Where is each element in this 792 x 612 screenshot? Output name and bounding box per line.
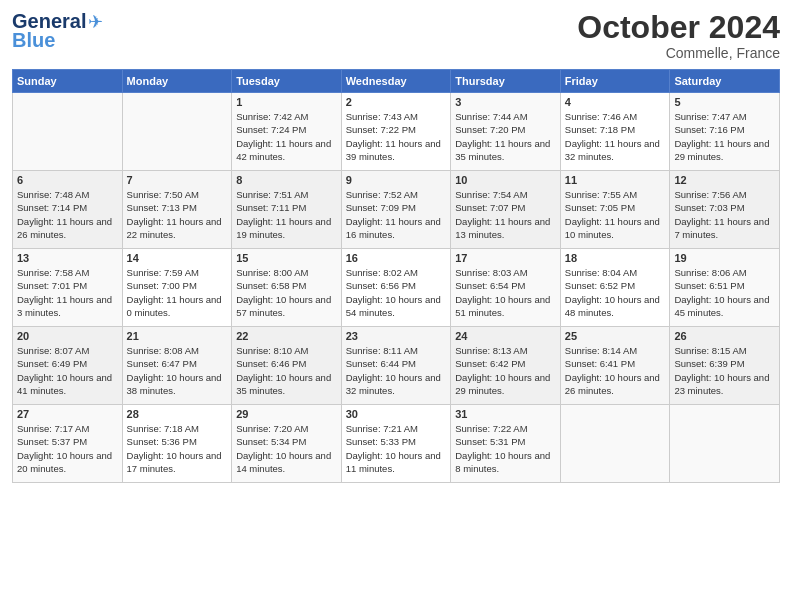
day-info: Sunrise: 7:44 AM Sunset: 7:20 PM Dayligh… <box>455 110 556 163</box>
calendar-cell: 17Sunrise: 8:03 AM Sunset: 6:54 PM Dayli… <box>451 249 561 327</box>
calendar-cell: 11Sunrise: 7:55 AM Sunset: 7:05 PM Dayli… <box>560 171 670 249</box>
day-number: 12 <box>674 174 775 186</box>
day-number: 10 <box>455 174 556 186</box>
page-header: General ✈ Blue October 2024 Commelle, Fr… <box>12 10 780 61</box>
calendar-cell: 2Sunrise: 7:43 AM Sunset: 7:22 PM Daylig… <box>341 93 451 171</box>
day-info: Sunrise: 7:54 AM Sunset: 7:07 PM Dayligh… <box>455 188 556 241</box>
weekday-header: Saturday <box>670 70 780 93</box>
day-info: Sunrise: 8:06 AM Sunset: 6:51 PM Dayligh… <box>674 266 775 319</box>
day-info: Sunrise: 8:08 AM Sunset: 6:47 PM Dayligh… <box>127 344 228 397</box>
day-number: 26 <box>674 330 775 342</box>
day-info: Sunrise: 8:14 AM Sunset: 6:41 PM Dayligh… <box>565 344 666 397</box>
calendar-cell: 14Sunrise: 7:59 AM Sunset: 7:00 PM Dayli… <box>122 249 232 327</box>
day-info: Sunrise: 7:47 AM Sunset: 7:16 PM Dayligh… <box>674 110 775 163</box>
day-number: 6 <box>17 174 118 186</box>
calendar-cell: 27Sunrise: 7:17 AM Sunset: 5:37 PM Dayli… <box>13 405 123 483</box>
logo: General ✈ Blue <box>12 10 103 52</box>
day-info: Sunrise: 8:03 AM Sunset: 6:54 PM Dayligh… <box>455 266 556 319</box>
day-number: 1 <box>236 96 337 108</box>
day-number: 8 <box>236 174 337 186</box>
day-number: 23 <box>346 330 447 342</box>
empty-cell <box>670 405 780 483</box>
location: Commelle, France <box>577 45 780 61</box>
day-info: Sunrise: 8:07 AM Sunset: 6:49 PM Dayligh… <box>17 344 118 397</box>
day-number: 13 <box>17 252 118 264</box>
calendar-cell: 15Sunrise: 8:00 AM Sunset: 6:58 PM Dayli… <box>232 249 342 327</box>
day-number: 25 <box>565 330 666 342</box>
weekday-header: Sunday <box>13 70 123 93</box>
calendar-cell: 7Sunrise: 7:50 AM Sunset: 7:13 PM Daylig… <box>122 171 232 249</box>
calendar-cell: 30Sunrise: 7:21 AM Sunset: 5:33 PM Dayli… <box>341 405 451 483</box>
calendar-cell: 26Sunrise: 8:15 AM Sunset: 6:39 PM Dayli… <box>670 327 780 405</box>
month-title: October 2024 <box>577 10 780 45</box>
calendar-cell: 29Sunrise: 7:20 AM Sunset: 5:34 PM Dayli… <box>232 405 342 483</box>
calendar-cell: 21Sunrise: 8:08 AM Sunset: 6:47 PM Dayli… <box>122 327 232 405</box>
day-number: 28 <box>127 408 228 420</box>
calendar-cell: 23Sunrise: 8:11 AM Sunset: 6:44 PM Dayli… <box>341 327 451 405</box>
day-number: 30 <box>346 408 447 420</box>
weekday-header: Monday <box>122 70 232 93</box>
weekday-header: Wednesday <box>341 70 451 93</box>
calendar-cell: 19Sunrise: 8:06 AM Sunset: 6:51 PM Dayli… <box>670 249 780 327</box>
day-number: 29 <box>236 408 337 420</box>
calendar-cell: 31Sunrise: 7:22 AM Sunset: 5:31 PM Dayli… <box>451 405 561 483</box>
calendar-cell: 4Sunrise: 7:46 AM Sunset: 7:18 PM Daylig… <box>560 93 670 171</box>
day-number: 16 <box>346 252 447 264</box>
day-info: Sunrise: 7:55 AM Sunset: 7:05 PM Dayligh… <box>565 188 666 241</box>
day-number: 22 <box>236 330 337 342</box>
day-number: 24 <box>455 330 556 342</box>
day-info: Sunrise: 7:59 AM Sunset: 7:00 PM Dayligh… <box>127 266 228 319</box>
day-number: 7 <box>127 174 228 186</box>
day-info: Sunrise: 7:18 AM Sunset: 5:36 PM Dayligh… <box>127 422 228 475</box>
calendar-cell: 5Sunrise: 7:47 AM Sunset: 7:16 PM Daylig… <box>670 93 780 171</box>
day-info: Sunrise: 7:50 AM Sunset: 7:13 PM Dayligh… <box>127 188 228 241</box>
calendar-cell: 24Sunrise: 8:13 AM Sunset: 6:42 PM Dayli… <box>451 327 561 405</box>
day-info: Sunrise: 8:04 AM Sunset: 6:52 PM Dayligh… <box>565 266 666 319</box>
day-info: Sunrise: 7:43 AM Sunset: 7:22 PM Dayligh… <box>346 110 447 163</box>
empty-cell <box>13 93 123 171</box>
calendar-cell: 8Sunrise: 7:51 AM Sunset: 7:11 PM Daylig… <box>232 171 342 249</box>
day-info: Sunrise: 7:22 AM Sunset: 5:31 PM Dayligh… <box>455 422 556 475</box>
day-info: Sunrise: 8:11 AM Sunset: 6:44 PM Dayligh… <box>346 344 447 397</box>
calendar-cell: 16Sunrise: 8:02 AM Sunset: 6:56 PM Dayli… <box>341 249 451 327</box>
weekday-header: Thursday <box>451 70 561 93</box>
calendar-cell: 1Sunrise: 7:42 AM Sunset: 7:24 PM Daylig… <box>232 93 342 171</box>
title-block: October 2024 Commelle, France <box>577 10 780 61</box>
day-info: Sunrise: 8:00 AM Sunset: 6:58 PM Dayligh… <box>236 266 337 319</box>
day-number: 4 <box>565 96 666 108</box>
calendar-cell: 18Sunrise: 8:04 AM Sunset: 6:52 PM Dayli… <box>560 249 670 327</box>
calendar-cell: 28Sunrise: 7:18 AM Sunset: 5:36 PM Dayli… <box>122 405 232 483</box>
day-number: 5 <box>674 96 775 108</box>
calendar-cell: 22Sunrise: 8:10 AM Sunset: 6:46 PM Dayli… <box>232 327 342 405</box>
calendar-cell: 3Sunrise: 7:44 AM Sunset: 7:20 PM Daylig… <box>451 93 561 171</box>
calendar-cell: 9Sunrise: 7:52 AM Sunset: 7:09 PM Daylig… <box>341 171 451 249</box>
weekday-header: Friday <box>560 70 670 93</box>
calendar-cell: 10Sunrise: 7:54 AM Sunset: 7:07 PM Dayli… <box>451 171 561 249</box>
day-info: Sunrise: 7:51 AM Sunset: 7:11 PM Dayligh… <box>236 188 337 241</box>
day-info: Sunrise: 7:46 AM Sunset: 7:18 PM Dayligh… <box>565 110 666 163</box>
day-info: Sunrise: 8:13 AM Sunset: 6:42 PM Dayligh… <box>455 344 556 397</box>
day-info: Sunrise: 7:17 AM Sunset: 5:37 PM Dayligh… <box>17 422 118 475</box>
day-number: 14 <box>127 252 228 264</box>
day-number: 31 <box>455 408 556 420</box>
day-info: Sunrise: 7:48 AM Sunset: 7:14 PM Dayligh… <box>17 188 118 241</box>
calendar-cell: 6Sunrise: 7:48 AM Sunset: 7:14 PM Daylig… <box>13 171 123 249</box>
day-number: 3 <box>455 96 556 108</box>
empty-cell <box>560 405 670 483</box>
day-number: 9 <box>346 174 447 186</box>
day-info: Sunrise: 7:21 AM Sunset: 5:33 PM Dayligh… <box>346 422 447 475</box>
day-number: 15 <box>236 252 337 264</box>
day-info: Sunrise: 7:20 AM Sunset: 5:34 PM Dayligh… <box>236 422 337 475</box>
day-info: Sunrise: 8:10 AM Sunset: 6:46 PM Dayligh… <box>236 344 337 397</box>
day-number: 17 <box>455 252 556 264</box>
day-number: 2 <box>346 96 447 108</box>
day-number: 18 <box>565 252 666 264</box>
day-info: Sunrise: 7:56 AM Sunset: 7:03 PM Dayligh… <box>674 188 775 241</box>
day-info: Sunrise: 7:58 AM Sunset: 7:01 PM Dayligh… <box>17 266 118 319</box>
day-number: 19 <box>674 252 775 264</box>
day-number: 27 <box>17 408 118 420</box>
day-info: Sunrise: 7:42 AM Sunset: 7:24 PM Dayligh… <box>236 110 337 163</box>
calendar-cell: 20Sunrise: 8:07 AM Sunset: 6:49 PM Dayli… <box>13 327 123 405</box>
day-number: 11 <box>565 174 666 186</box>
day-info: Sunrise: 8:02 AM Sunset: 6:56 PM Dayligh… <box>346 266 447 319</box>
